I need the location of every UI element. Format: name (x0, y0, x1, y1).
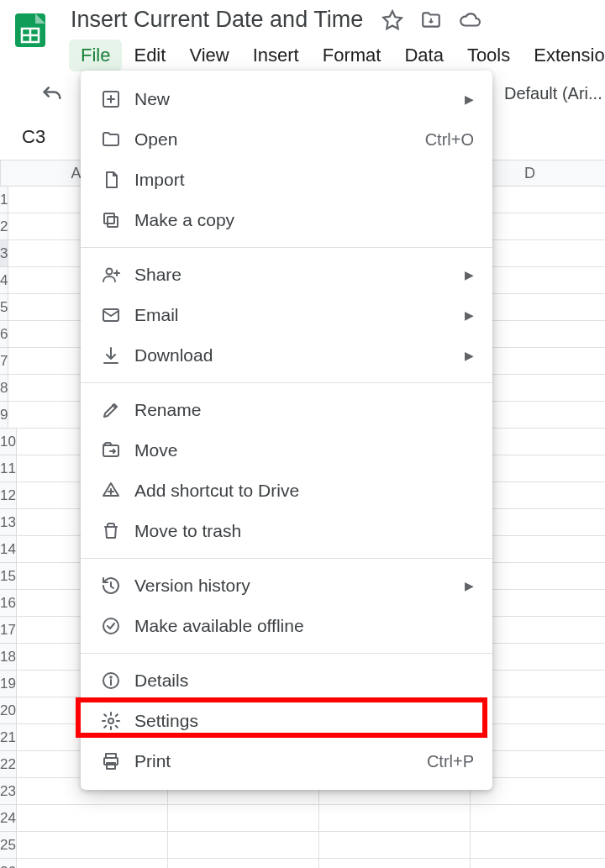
menu-item-move-to-trash[interactable]: Move to trash (81, 511, 492, 551)
menubar: FileEditViewInsertFormatDataToolsExtensi… (69, 39, 605, 71)
name-box[interactable]: C3 (10, 121, 57, 153)
row-header[interactable]: 7 (0, 348, 8, 375)
sheets-logo-icon[interactable] (10, 8, 50, 52)
menu-item-label: Print (134, 751, 171, 771)
menu-item-label: Make available offline (134, 616, 304, 636)
row-header[interactable]: 1 (0, 187, 8, 213)
menu-item-label: Settings (134, 711, 198, 731)
row-header[interactable]: 9 (0, 402, 8, 429)
menu-file[interactable]: File (69, 39, 122, 71)
menu-item-download[interactable]: Download▶ (81, 335, 492, 376)
header: Insert Current Date and Time FileEditVie… (0, 0, 605, 71)
cell[interactable] (471, 832, 605, 859)
menu-item-version-history[interactable]: Version history▶ (81, 566, 492, 606)
row-header[interactable]: 20 (0, 697, 17, 724)
cell[interactable] (17, 805, 168, 832)
menu-item-label: Download (134, 345, 213, 366)
menu-edit[interactable]: Edit (122, 39, 177, 71)
row-header[interactable]: 26 (0, 859, 17, 868)
row-header[interactable]: 15 (0, 563, 17, 590)
menu-item-new[interactable]: New▶ (81, 79, 492, 119)
menu-item-label: Version history (134, 576, 250, 596)
submenu-arrow-icon: ▶ (465, 349, 474, 362)
row-header[interactable]: 25 (0, 832, 17, 859)
star-icon[interactable] (381, 9, 403, 31)
row-header[interactable]: 5 (0, 294, 8, 321)
menu-item-label: Share (134, 265, 182, 285)
menu-item-share[interactable]: Share▶ (81, 255, 492, 295)
cell[interactable] (471, 859, 605, 868)
cell[interactable] (168, 805, 319, 832)
row-header[interactable]: 14 (0, 536, 17, 563)
menu-item-settings[interactable]: Settings (81, 701, 492, 741)
trash-icon (99, 521, 123, 541)
row-header[interactable]: 12 (0, 482, 17, 509)
folder-icon (99, 129, 123, 150)
menu-divider (81, 653, 492, 654)
row-header[interactable]: 16 (0, 590, 17, 617)
menu-extensions[interactable]: Extensions (522, 39, 605, 71)
cell[interactable] (168, 832, 319, 859)
row-header[interactable]: 8 (0, 375, 8, 402)
cell[interactable] (319, 859, 471, 868)
row-header[interactable]: 2 (0, 213, 8, 240)
row-header[interactable]: 13 (0, 509, 17, 536)
move-folder-icon[interactable] (420, 9, 442, 31)
offline-icon (99, 616, 123, 636)
menu-format[interactable]: Format (311, 39, 393, 71)
menu-view[interactable]: View (177, 39, 240, 71)
cell[interactable] (168, 859, 319, 868)
cell[interactable] (17, 832, 168, 859)
font-name-display[interactable]: Default (Ari... (504, 84, 602, 103)
menu-item-label: Rename (134, 400, 201, 420)
svg-rect-7 (108, 217, 118, 227)
menu-item-print[interactable]: PrintCtrl+P (81, 741, 492, 781)
menu-item-move[interactable]: Move (81, 430, 492, 471)
cell[interactable] (17, 859, 168, 868)
svg-rect-8 (104, 213, 114, 224)
menu-item-email[interactable]: Email▶ (81, 295, 492, 335)
menu-item-details[interactable]: Details (81, 660, 492, 701)
menu-shortcut: Ctrl+O (425, 130, 474, 150)
row-header[interactable]: 24 (0, 805, 17, 832)
document-icon (99, 170, 123, 190)
menu-item-label: Add shortcut to Drive (134, 481, 299, 501)
menu-item-make-a-copy[interactable]: Make a copy (81, 200, 492, 240)
menu-item-make-available-offline[interactable]: Make available offline (81, 606, 492, 646)
menu-item-rename[interactable]: Rename (81, 390, 492, 430)
row-header[interactable]: 23 (0, 778, 17, 805)
undo-icon[interactable] (40, 83, 64, 111)
cell[interactable] (471, 805, 605, 832)
menu-item-open[interactable]: OpenCtrl+O (81, 119, 492, 160)
person-add-icon (99, 265, 123, 285)
menu-item-label: Open (134, 129, 177, 150)
menu-insert[interactable]: Insert (241, 39, 311, 71)
menu-tools[interactable]: Tools (455, 39, 522, 71)
cell[interactable] (319, 805, 471, 832)
row-header[interactable]: 11 (0, 455, 17, 482)
row-header[interactable]: 17 (0, 617, 17, 644)
row-header[interactable]: 6 (0, 321, 8, 348)
submenu-arrow-icon: ▶ (465, 92, 474, 106)
row-header[interactable]: 3 (0, 240, 8, 267)
svg-point-16 (103, 618, 118, 634)
menu-item-import[interactable]: Import (81, 160, 492, 200)
menu-divider (81, 247, 492, 248)
doc-title[interactable]: Insert Current Date and Time (69, 5, 365, 34)
row-header[interactable]: 4 (0, 267, 8, 294)
copy-icon (99, 210, 123, 230)
menu-data[interactable]: Data (392, 39, 455, 71)
row-header[interactable]: 10 (0, 429, 17, 455)
svg-point-20 (108, 718, 113, 723)
menu-item-add-shortcut-to-drive[interactable]: Add shortcut to Drive (81, 471, 492, 511)
row-header[interactable]: 18 (0, 644, 17, 671)
menu-item-label: Email (134, 305, 179, 325)
info-icon (99, 671, 123, 691)
menu-shortcut: Ctrl+P (427, 752, 474, 771)
cell[interactable] (319, 832, 471, 859)
row-header[interactable]: 19 (0, 671, 17, 697)
row-header[interactable]: 22 (0, 751, 17, 778)
cloud-status-icon[interactable] (459, 9, 481, 31)
row-header[interactable]: 21 (0, 724, 17, 751)
svg-point-9 (107, 269, 113, 275)
